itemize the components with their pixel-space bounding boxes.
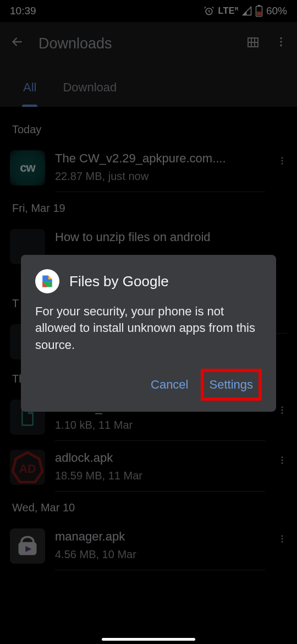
- install-blocked-dialog: Files by Google For your security, your …: [21, 255, 276, 412]
- dialog-title: Files by Google: [69, 273, 169, 290]
- nav-gesture-bar[interactable]: [102, 638, 195, 641]
- app-icon-files: [35, 269, 59, 293]
- files-icon: [40, 274, 55, 289]
- cancel-button[interactable]: Cancel: [143, 372, 196, 397]
- dialog-message: For your security, your phone is not all…: [35, 303, 262, 353]
- settings-button[interactable]: Settings: [208, 374, 255, 395]
- highlight-annotation: Settings: [201, 369, 262, 401]
